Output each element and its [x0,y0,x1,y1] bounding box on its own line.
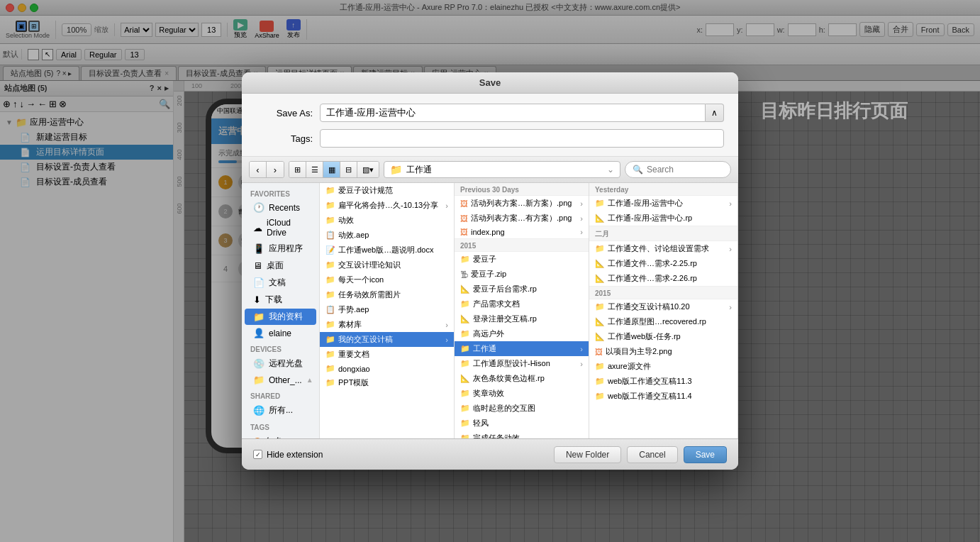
fb-mydata[interactable]: 📁 我的资料 [245,309,316,325]
fb-col2-item-3[interactable]: 🖼 index.png › [455,226,589,238]
fc1-label-13: dongxiao [338,365,370,373]
fb-col1-item-7[interactable]: 📁 每天一个icon [320,272,454,287]
fb-col1-item-14[interactable]: 📁 PPT模版 [320,375,454,390]
fb-elaine[interactable]: 👤 elaine [245,326,316,341]
fb-col1-item-4[interactable]: 📋 动效.aep [320,228,454,243]
fb-col3-item-5[interactable]: 📐 工作通文件…需求-2.26.rp [589,271,737,286]
fb-col2-item-9[interactable]: 📁 高远户外 [455,326,589,341]
fb-search-input[interactable] [647,165,718,175]
fb-col1-item-11[interactable]: 📁 我的交互设计稿 › [320,332,454,347]
fb-col3-item-8[interactable]: 📐 工作通web版-任务.rp [589,329,737,344]
fb-col1-item-1[interactable]: 📁 爱豆子设计规范 [320,183,454,198]
fb-col1-item-8[interactable]: 📁 任务动效所需图片 [320,287,454,302]
fb-col3-item-1[interactable]: 📁 工作通-应用-运营中心 › [589,196,737,211]
fb-cover-view-btn[interactable]: ⊟ [340,162,357,177]
save-btn[interactable]: Save [684,446,727,463]
fc2-folder-11: 📁 [460,359,470,368]
fb-col1-item-9[interactable]: 📋 手势.aep [320,302,454,317]
fc3-png-9: 🖼 [595,348,603,356]
fc1-folder-icon-10: 📁 [325,320,335,329]
fc1-has-sub-10: › [445,321,448,329]
fb-forward-btn[interactable]: › [267,162,284,177]
fb-other[interactable]: 📁 Other_... ▲ [245,372,316,387]
fb-col2-item-14[interactable]: 📁 临时起意的交互图 [455,401,589,416]
fb-col3-item-11[interactable]: 📁 web版工作通交互稿11.3 [589,374,737,389]
fb-back-btn[interactable]: ‹ [250,162,267,177]
fb-col2-item-6[interactable]: 📐 爱豆子后台需求.rp [455,282,589,297]
save-as-arrow-btn[interactable]: ∧ [706,104,724,122]
hide-ext-checkbox[interactable]: ✓ [253,450,262,459]
fb-col2-item-16[interactable]: 📁 完成任务动效 [455,431,589,438]
fc3-folder-1: 📁 [595,199,605,208]
fc2-folder-13: 📁 [460,389,470,398]
fb-col1-item-5[interactable]: 📝 工作通web版…题说明.docx [320,243,454,258]
fb-col3-item-4[interactable]: 📐 工作通文件…需求-2.25.rp [589,256,737,271]
fb-elaine-label: elaine [269,328,291,338]
save-as-input[interactable] [320,104,706,122]
fb-col2-item-12[interactable]: 📐 灰色条纹黄色边框.rp [455,371,589,386]
fb-col3-item-12[interactable]: 📁 web版工作通交互稿11.4 [589,389,737,404]
fc2-rp-12: 📐 [460,374,470,383]
fc2-png-icon-1: 🖼 [460,199,468,208]
fc3-rp-5: 📐 [595,274,605,283]
other-eject-icon: ▲ [306,376,313,384]
fb-col2-item-15[interactable]: 📁 轻风 [455,416,589,431]
fb-col3-item-7[interactable]: 📐 工作通原型图…recovered.rp [589,314,737,329]
fc1-label-6: 交互设计理论知识 [338,260,401,270]
tags-input[interactable] [320,129,724,148]
fb-all[interactable]: 🌐 所有... [245,402,316,419]
fc3-label-2: 工作通-应用-运营中心.rp [608,213,692,223]
fb-col1-item-12[interactable]: 📁 重要文档 [320,347,454,362]
fb-col3-item-9[interactable]: 🖼 以项目为主导2.png [589,344,737,359]
new-folder-btn[interactable]: New Folder [554,446,621,463]
fb-col1-item-13[interactable]: 📁 dongxiao [320,362,454,375]
fb-col3-item-3[interactable]: 📁 工作通文件、讨论组设置需求 › [589,241,737,256]
fc1-label-1: 爱豆子设计规范 [338,185,393,196]
fb-col2-item-5[interactable]: 🗜 爱豆子.zip [455,267,589,282]
fb-col2-item-2[interactable]: 🖼 活动列表方案…有方案）.png › [455,211,589,226]
downloads-icon: ⬇ [253,294,261,305]
fb-docs[interactable]: 📄 文稿 [245,275,316,291]
fb-col3-item-6[interactable]: 📁 工作通交互设计稿10.20 › [589,299,737,314]
fc2-zip-5: 🗜 [460,270,468,279]
fb-col2-item-11[interactable]: 📁 工作通原型设计-Hison › [455,356,589,371]
fb-col1-item-3[interactable]: 📁 动效 [320,213,454,228]
fb-col3-item-2[interactable]: 📐 工作通-应用-运营中心.rp [589,211,737,226]
fb-col3-item-10[interactable]: 📁 axure源文件 [589,359,737,374]
fc1-label-10: 素材库 [338,319,362,330]
fc3-label-3: 工作通文件、讨论组设置需求 [608,243,709,254]
fc2-has-sub-3: › [580,228,583,236]
fb-col1-item-10[interactable]: 📁 素材库 › [320,317,454,332]
fb-col2-item-7[interactable]: 📁 产品需求文档 [455,297,589,311]
fb-col3-2015-title: 2015 [589,286,737,299]
fb-col-view-btn[interactable]: ▦ [323,162,340,177]
fb-share-view-btn[interactable]: ▧▾ [357,162,379,177]
fb-col2-item-1[interactable]: 🖼 活动列表方案…新方案）.png › [455,196,589,211]
fb-col2-item-4[interactable]: 📁 爱豆子 [455,252,589,267]
fb-col2-item-10[interactable]: 📁 工作通 › [455,341,589,356]
fb-tag-red[interactable]: 红色 [245,433,316,438]
fb-recents[interactable]: 🕐 Recents [245,200,316,215]
fb-apps[interactable]: 📱 应用程序 [245,240,316,257]
fb-desktop[interactable]: 🖥 桌面 [245,258,316,274]
fb-location[interactable]: 📁 工作通 ⌄ [384,161,620,178]
fc2-label-5: 爱豆子.zip [471,269,506,280]
fb-col1-item-6[interactable]: 📁 交互设计理论知识 [320,258,454,272]
fb-downloads[interactable]: ⬇ 下载 [245,292,316,308]
fc3-label-4: 工作通文件…需求-2.25.rp [608,258,697,269]
fb-col1-item-2[interactable]: 📁 扁平化将会持…久-10.13分享 › [320,198,454,213]
fc3-folder-10: 📁 [595,362,605,371]
dialog-titlebar: Save [242,72,738,94]
fb-col2-item-8[interactable]: 📐 登录注册交互稿.rp [455,311,589,326]
fb-remote-disc[interactable]: 💿 远程光盘 [245,355,316,372]
fc2-label-16: 完成任务动效 [473,433,520,438]
fc1-label-14: PPT模版 [338,377,369,388]
fb-icloud[interactable]: ☁ iCloud Drive [245,216,316,240]
fb-col2-2015-title: 2015 [455,238,589,252]
other-icon: 📁 [253,375,265,385]
cancel-btn[interactable]: Cancel [627,446,677,463]
fb-list-view-btn[interactable]: ☰ [306,162,323,177]
fb-col2-item-13[interactable]: 📁 奖章动效 [455,386,589,401]
hide-ext-label: Hide extension [267,450,323,460]
fb-icon-view-btn[interactable]: ⊞ [289,162,306,177]
